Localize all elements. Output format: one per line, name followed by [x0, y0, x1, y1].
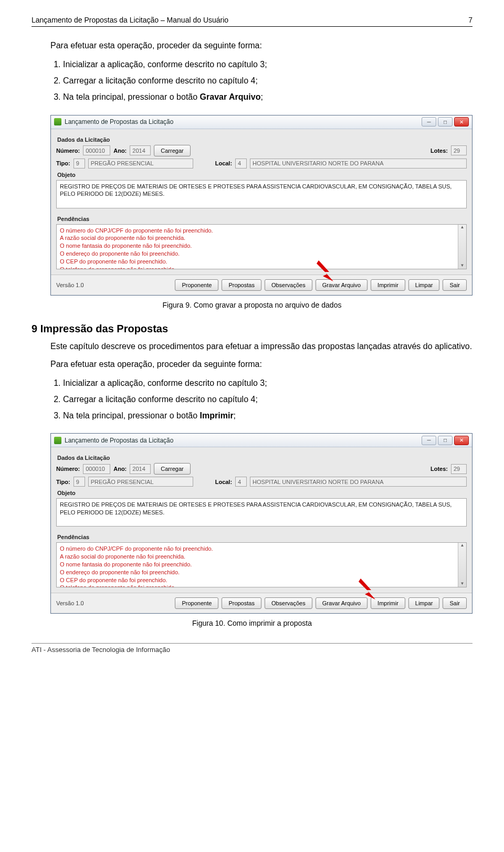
page-number: 7: [468, 16, 472, 24]
section-pendencias-title: Pendências: [57, 534, 467, 540]
step-3-pre: Na tela principal, pressionar o botão: [63, 92, 200, 101]
field-local-name: HOSPITAL UNIVERSITARIO NORTE DO PARANA: [250, 159, 467, 169]
label-lotes: Lotes:: [430, 466, 448, 472]
figure-9-caption: Figura 9. Como gravar a proposta no arqu…: [32, 301, 472, 309]
page-header: Lançamento de Propostas da Licitação – M…: [32, 16, 472, 27]
step2-3-bold: Imprimir: [200, 411, 234, 420]
panel: Dados da Licitação Número: 000010 Ano: 2…: [51, 447, 472, 593]
step2-3-post: ;: [234, 411, 236, 420]
carregar-button[interactable]: Carregar: [154, 145, 190, 156]
steps-list-2: Inicializar a aplicação, conforme descri…: [63, 376, 472, 423]
pend-line: O CEP do proponente não foi preenchido.: [60, 576, 463, 584]
field-tipo-name: PREGÃO PRESENCIAL: [88, 159, 193, 169]
pendencias-box: O número do CNPJ/CPF do proponente não f…: [56, 542, 467, 587]
gravar-arquivo-button[interactable]: Gravar Arquivo: [316, 597, 368, 609]
maximize-button[interactable]: □: [438, 117, 453, 127]
section-objeto-title: Objeto: [57, 172, 467, 178]
field-tipo-code: 9: [74, 477, 85, 487]
pendencias-box: O número do CNPJ/CPF do proponente não f…: [56, 224, 467, 269]
field-ano: 2014: [130, 145, 151, 155]
scrollbar[interactable]: [458, 543, 466, 587]
label-numero: Número:: [56, 148, 80, 154]
panel: Dados da Licitação Número: 000010 Ano: 2…: [51, 129, 472, 275]
window-buttons: ─ □ ✕: [422, 117, 469, 127]
titlebar: Lançamento de Propostas da Licitação ─ □…: [51, 115, 472, 129]
label-lotes: Lotes:: [430, 148, 448, 154]
step2-3: Na tela principal, pressionar o botão Im…: [63, 408, 472, 423]
intro-paragraph: Para efetuar esta operação, proceder da …: [50, 39, 472, 52]
field-lotes: 29: [451, 464, 467, 474]
minimize-button[interactable]: ─: [422, 436, 436, 445]
label-local: Local:: [215, 479, 232, 485]
titlebar: Lançamento de Propostas da Licitação ─ □…: [51, 434, 472, 447]
maximize-button[interactable]: □: [438, 436, 453, 445]
propostas-button[interactable]: Propostas: [222, 597, 261, 609]
observacoes-button[interactable]: Observações: [265, 279, 312, 291]
section-9-intro: Para efetuar esta operação, proceder da …: [50, 358, 472, 371]
label-tipo: Tipo:: [56, 160, 70, 166]
objeto-text: REGISTRO DE PREÇOS DE MATERIAIS DE ORTES…: [56, 180, 467, 208]
pend-line: O endereço do proponente não foi preench…: [60, 569, 463, 576]
limpar-button[interactable]: Limpar: [408, 279, 440, 291]
close-button[interactable]: ✕: [454, 117, 469, 127]
steps-list-1: Inicializar a aplicação, conforme descri…: [63, 57, 472, 104]
section-dados-title: Dados da Licitação: [57, 136, 467, 143]
field-lotes: 29: [451, 145, 467, 155]
app-title: Lançamento de Propostas da Licitação: [65, 437, 422, 444]
gravar-arquivo-button[interactable]: Gravar Arquivo: [316, 279, 368, 291]
label-tipo: Tipo:: [56, 479, 70, 485]
pend-line: O telefone do proponente não foi preench…: [60, 266, 463, 269]
field-local-code: 4: [235, 477, 247, 487]
step-2: Carregar a licitação conforme descrito n…: [63, 73, 472, 88]
label-numero: Número:: [56, 466, 80, 472]
field-tipo-name: PREGÃO PRESENCIAL: [88, 477, 193, 487]
page-footer: ATI - Assessoria de Tecnologia de Inform…: [32, 643, 472, 654]
step2-1: Inicializar a aplicação, conforme descri…: [63, 376, 472, 390]
step-3: Na tela principal, pressionar o botão Gr…: [63, 90, 472, 104]
version-label: Versão 1.0: [56, 600, 84, 606]
app-window-2: Lançamento de Propostas da Licitação ─ □…: [50, 433, 472, 614]
window-buttons: ─ □ ✕: [422, 436, 469, 445]
section-dados-title: Dados da Licitação: [57, 455, 467, 461]
pend-line: O endereço do proponente não foi preench…: [60, 250, 463, 258]
step-1: Inicializar a aplicação, conforme descri…: [63, 57, 472, 71]
field-local-name: HOSPITAL UNIVERSITARIO NORTE DO PARANA: [250, 477, 467, 487]
page-header-title: Lançamento de Propostas da Licitação – M…: [32, 16, 228, 24]
field-tipo-code: 9: [74, 159, 85, 169]
minimize-button[interactable]: ─: [422, 117, 436, 127]
app-icon: [54, 118, 61, 125]
proponente-button[interactable]: Proponente: [175, 279, 218, 291]
bottombar: Versão 1.0 Proponente Propostas Observaç…: [51, 275, 472, 295]
section-objeto-title: Objeto: [57, 490, 467, 496]
field-numero: 000010: [83, 145, 110, 155]
field-numero: 000010: [83, 464, 110, 474]
close-button[interactable]: ✕: [454, 436, 469, 445]
app-title: Lançamento de Propostas da Licitação: [65, 118, 422, 125]
label-local: Local:: [215, 160, 232, 166]
field-local-code: 4: [235, 159, 247, 169]
pend-line: A razão social do proponente não foi pre…: [60, 553, 463, 561]
pend-line: A razão social do proponente não foi pre…: [60, 234, 463, 242]
sair-button[interactable]: Sair: [443, 279, 467, 291]
proponente-button[interactable]: Proponente: [175, 597, 218, 609]
imprimir-button[interactable]: Imprimir: [371, 279, 405, 291]
propostas-button[interactable]: Propostas: [222, 279, 261, 291]
pend-line: O telefone do proponente não foi preench…: [60, 584, 463, 587]
step2-2: Carregar a licitação conforme descrito n…: [63, 392, 472, 406]
limpar-button[interactable]: Limpar: [408, 597, 440, 609]
version-label: Versão 1.0: [56, 282, 84, 288]
pend-line: O número do CNPJ/CPF do proponente não f…: [60, 545, 463, 553]
objeto-text: REGISTRO DE PREÇOS DE MATERIAIS DE ORTES…: [56, 498, 467, 527]
pend-line: O nome fantasia do proponente não foi pr…: [60, 561, 463, 569]
section-pendencias-title: Pendências: [57, 216, 467, 222]
label-ano: Ano:: [113, 148, 127, 154]
field-ano: 2014: [130, 464, 151, 474]
scrollbar[interactable]: [458, 225, 466, 269]
observacoes-button[interactable]: Observações: [265, 597, 312, 609]
sair-button[interactable]: Sair: [443, 597, 467, 609]
section-9-heading: 9 Impressão das Propostas: [32, 323, 472, 335]
imprimir-button[interactable]: Imprimir: [371, 597, 405, 609]
figure-10-caption: Figura 10. Como imprimir a proposta: [32, 619, 472, 627]
pend-line: O número do CNPJ/CPF do proponente não f…: [60, 227, 463, 235]
carregar-button[interactable]: Carregar: [154, 463, 190, 475]
